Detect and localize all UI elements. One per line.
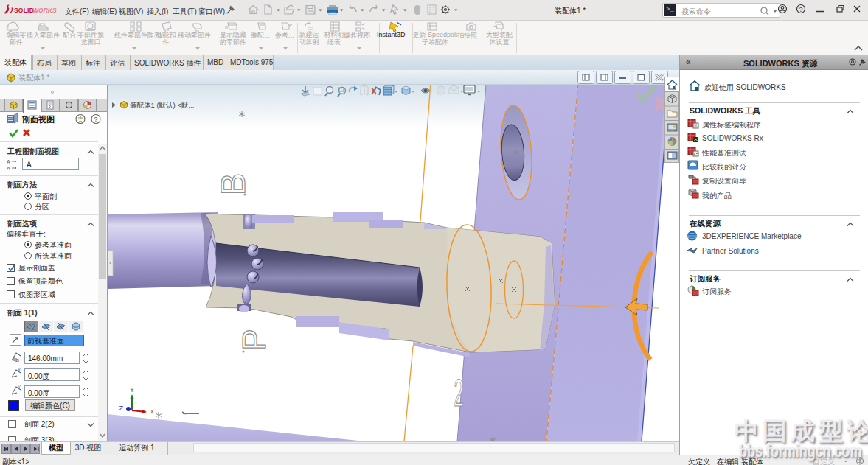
svg-text:D: D [16, 358, 20, 363]
svg-text:X: X [18, 368, 21, 372]
svg-text:Y: Y [18, 385, 21, 389]
svg-text:?: ? [799, 6, 803, 13]
svg-text:WORKS: WORKS [32, 7, 57, 14]
svg-text:SOLID: SOLID [14, 7, 34, 14]
svg-text:?: ? [94, 116, 98, 123]
svg-text:P: P [236, 329, 272, 350]
svg-text:A: A [7, 166, 10, 171]
svg-text:装配体1 (默认) <默...: 装配体1 (默认) <默... [130, 101, 194, 109]
svg-text:Z: Z [119, 405, 124, 412]
svg-text:A: A [7, 159, 10, 164]
svg-text:Y: Y [130, 386, 134, 394]
svg-text:2: 2 [454, 371, 463, 414]
svg-text:B: B [214, 173, 252, 196]
svg-text:x: x [150, 408, 154, 415]
